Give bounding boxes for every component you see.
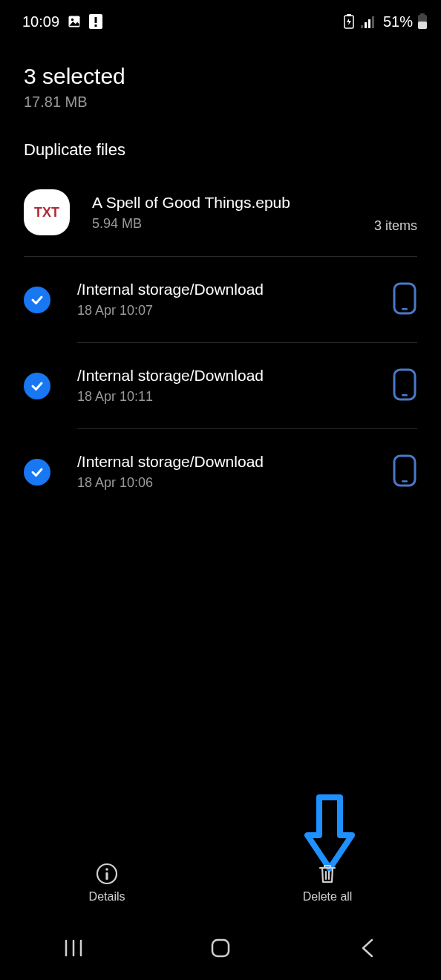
home-button[interactable] xyxy=(191,926,250,970)
battery-percent: 51% xyxy=(383,13,413,30)
file-name: A Spell of Good Things.epub xyxy=(92,194,374,212)
txt-file-icon: TXT xyxy=(24,189,70,235)
svg-rect-4 xyxy=(95,24,97,27)
file-path: /Internal storage/Download xyxy=(77,453,383,471)
duplicate-row[interactable]: /Internal storage/Download 18 Apr 10:07 xyxy=(0,257,441,342)
selection-size: 17.81 MB xyxy=(24,94,417,111)
phone-storage-icon xyxy=(392,454,417,491)
alert-icon xyxy=(89,14,102,29)
home-icon xyxy=(209,937,232,959)
info-icon xyxy=(95,862,119,886)
details-label: Details xyxy=(89,890,125,904)
file-size: 5.94 MB xyxy=(92,216,374,232)
svg-rect-22 xyxy=(105,872,108,880)
recents-icon xyxy=(63,939,84,957)
recents-button[interactable] xyxy=(44,926,103,970)
svg-rect-10 xyxy=(372,16,374,28)
duplicate-count: 3 items xyxy=(374,218,417,234)
checkbox-checked[interactable] xyxy=(24,287,50,313)
action-bar: Details Delete all xyxy=(0,849,441,916)
svg-rect-8 xyxy=(365,22,367,28)
svg-rect-17 xyxy=(402,394,408,396)
file-path: /Internal storage/Download xyxy=(77,281,383,298)
back-button[interactable] xyxy=(338,926,397,970)
status-time: 10:09 xyxy=(22,13,59,30)
details-button[interactable]: Details xyxy=(89,862,125,904)
svg-point-21 xyxy=(105,868,108,871)
delete-all-label: Delete all xyxy=(303,890,353,904)
phone-storage-icon xyxy=(392,368,417,405)
svg-rect-19 xyxy=(402,480,408,483)
battery-saver-icon xyxy=(343,14,355,29)
check-icon xyxy=(30,465,45,480)
duplicate-row[interactable]: /Internal storage/Download 18 Apr 10:06 xyxy=(0,429,441,514)
section-title: Duplicate files xyxy=(0,118,441,173)
file-group[interactable]: TXT A Spell of Good Things.epub 5.94 MB … xyxy=(0,173,441,252)
trash-icon xyxy=(316,862,339,886)
file-date: 18 Apr 10:11 xyxy=(77,389,383,405)
file-date: 18 Apr 10:07 xyxy=(77,303,383,318)
delete-all-button[interactable]: Delete all xyxy=(303,862,353,904)
navigation-bar xyxy=(0,916,441,980)
check-icon xyxy=(30,379,45,393)
phone-storage-icon xyxy=(392,281,417,318)
selection-count: 3 selected xyxy=(24,64,417,89)
battery-icon xyxy=(417,13,428,30)
svg-rect-7 xyxy=(361,25,363,28)
svg-rect-23 xyxy=(212,940,229,956)
status-bar: 10:09 51% xyxy=(0,0,441,36)
svg-point-1 xyxy=(71,19,74,21)
svg-rect-15 xyxy=(402,308,408,310)
file-date: 18 Apr 10:06 xyxy=(77,475,383,491)
svg-rect-12 xyxy=(418,22,427,29)
checkbox-checked[interactable] xyxy=(24,373,50,399)
svg-rect-9 xyxy=(368,19,370,28)
file-badge-text: TXT xyxy=(34,205,59,220)
selection-header: 3 selected 17.81 MB xyxy=(0,36,441,118)
svg-rect-13 xyxy=(420,13,425,16)
image-icon xyxy=(67,14,82,29)
signal-icon xyxy=(361,15,377,28)
file-path: /Internal storage/Download xyxy=(77,367,383,385)
svg-rect-6 xyxy=(347,14,351,16)
check-icon xyxy=(30,293,45,307)
duplicate-row[interactable]: /Internal storage/Download 18 Apr 10:11 xyxy=(0,343,441,428)
svg-rect-3 xyxy=(95,17,97,23)
checkbox-checked[interactable] xyxy=(24,459,50,486)
back-icon xyxy=(359,938,376,958)
